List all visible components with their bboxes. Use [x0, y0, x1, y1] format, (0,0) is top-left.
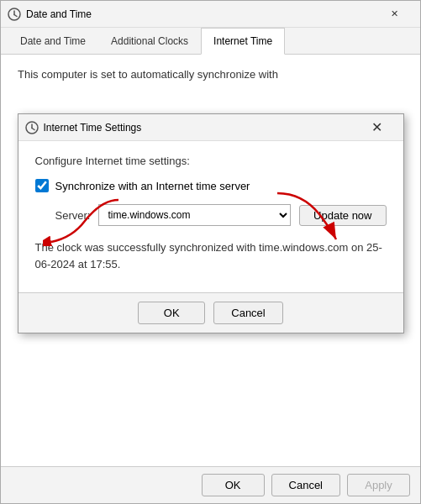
- main-apply-button[interactable]: Apply: [347, 474, 410, 496]
- dialog-bottom: OK Cancel: [18, 292, 403, 333]
- dialog-cancel-button[interactable]: Cancel: [213, 302, 282, 324]
- dialog-ok-button[interactable]: OK: [138, 302, 205, 324]
- server-row: Server: time.windows.com pool.ntp.org ti…: [35, 204, 387, 226]
- dialog-close-button[interactable]: ✕: [358, 114, 397, 141]
- dialog-title: Internet Time Settings: [44, 122, 358, 134]
- window-icon: [8, 8, 21, 21]
- window-controls: ✕: [375, 1, 413, 28]
- tab-bar: Date and Time Additional Clocks Internet…: [1, 28, 420, 55]
- tab-additional-clocks[interactable]: Additional Clocks: [98, 28, 201, 55]
- tab-internet-time[interactable]: Internet Time: [201, 28, 285, 55]
- close-button[interactable]: ✕: [375, 1, 413, 28]
- main-cancel-button[interactable]: Cancel: [271, 474, 340, 496]
- server-select[interactable]: time.windows.com pool.ntp.org time.nist.…: [98, 204, 291, 226]
- sync-checkbox-label[interactable]: Synchronize with an Internet time server: [55, 180, 250, 192]
- server-label: Server:: [55, 209, 91, 222]
- sync-text: This computer is set to automatically sy…: [18, 68, 403, 81]
- tab-content: This computer is set to automatically sy…: [1, 55, 420, 466]
- svg-line-2: [14, 14, 17, 16]
- internet-time-dialog: Internet Time Settings ✕ Configure Inter…: [18, 113, 404, 333]
- window-title: Date and Time: [26, 8, 375, 20]
- dialog-body: Configure Internet time settings: Synchr…: [18, 141, 403, 292]
- update-now-button[interactable]: Update now: [299, 205, 386, 226]
- main-title-bar: Date and Time ✕: [1, 1, 420, 28]
- sync-checkbox[interactable]: [35, 179, 49, 192]
- checkbox-row: Synchronize with an Internet time server: [35, 179, 387, 192]
- configure-text: Configure Internet time settings:: [35, 155, 387, 167]
- tab-datetime[interactable]: Date and Time: [8, 28, 98, 55]
- main-bottom-bar: OK Cancel Apply: [1, 466, 420, 503]
- dialog-overlay: Internet Time Settings ✕ Configure Inter…: [9, 105, 412, 424]
- dialog-title-bar: Internet Time Settings ✕: [18, 114, 403, 141]
- sync-success-text: The clock was successfully synchronized …: [35, 239, 387, 272]
- svg-line-5: [32, 128, 34, 129]
- dialog-icon: [25, 121, 39, 134]
- main-ok-button[interactable]: OK: [202, 474, 265, 496]
- main-window: Date and Time ✕ Date and Time Additional…: [0, 0, 421, 504]
